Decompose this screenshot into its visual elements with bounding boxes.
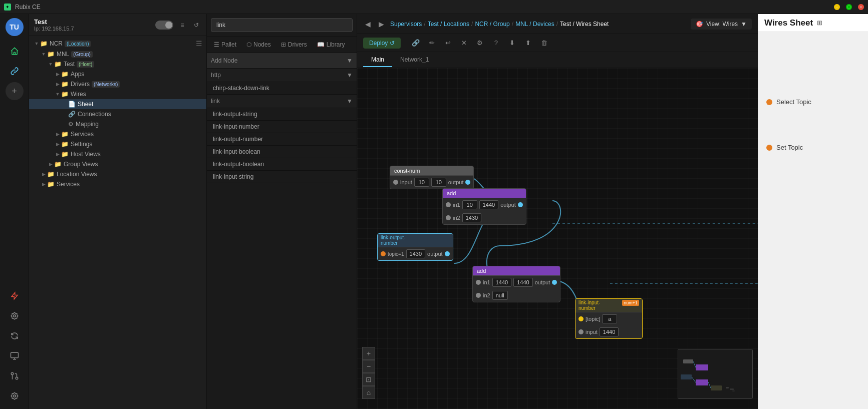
- node-item-link-output-boolean[interactable]: link-output-boolean: [207, 158, 357, 171]
- deploy-button[interactable]: Deploy ↺: [363, 38, 401, 49]
- tree-item-services[interactable]: ▶ 📁 Services: [29, 129, 206, 139]
- zoom-home-btn[interactable]: ⌂: [362, 386, 375, 399]
- tree-item-host-views[interactable]: ▶ 📁 Host Views: [29, 149, 206, 159]
- link-input-boolean-label: link-input-boolean: [213, 148, 260, 155]
- add-node-chevron: ▼: [347, 57, 353, 64]
- zoom-minus-btn[interactable]: −: [362, 360, 375, 373]
- host-name: Test: [34, 18, 74, 26]
- toolbar-arrow-btn[interactable]: ↩: [441, 36, 455, 50]
- category-link[interactable]: link ▼: [207, 95, 357, 108]
- tablet-icon-btn[interactable]: [6, 347, 24, 365]
- arrow-icon: ▶: [40, 172, 47, 177]
- breadcrumb-mnl-devices[interactable]: MNL / Devices: [515, 21, 554, 28]
- tree-item-sheet[interactable]: 📄 Sheet: [29, 99, 206, 109]
- tree-item-mnl[interactable]: ▼ 📁 MNL (Group): [29, 49, 206, 59]
- canvas[interactable]: const-num input 10 10 output add: [357, 68, 758, 409]
- toolbar-help-btn[interactable]: ?: [489, 36, 503, 50]
- tab-drivers[interactable]: ⊞ Drivers: [278, 40, 310, 50]
- port-in: [393, 180, 398, 185]
- toolbar-settings-btn[interactable]: ⚙: [473, 36, 487, 50]
- tab-library[interactable]: 📖 Library: [314, 40, 348, 50]
- node-link-output-number[interactable]: link-output-number topic=1 1430 output: [377, 233, 453, 261]
- toggle-switch[interactable]: [155, 21, 173, 30]
- output-label: output: [500, 202, 516, 208]
- canvas-tabs: Main Network_1: [357, 52, 758, 68]
- tree-item-settings[interactable]: ▶ 📁 Settings: [29, 139, 206, 149]
- wrench-icon-btn[interactable]: [6, 307, 24, 325]
- canvas-header: ◀ ▶ Supervisors / Test / Locations / NCR…: [357, 14, 758, 34]
- node-item-link-input-string[interactable]: link-input-string: [207, 171, 357, 183]
- toolbar-link-btn[interactable]: 🔗: [409, 36, 423, 50]
- node-add2[interactable]: add in1 1440 1440 output in2 null: [472, 266, 560, 302]
- breadcrumb-test-locations[interactable]: Test / Locations: [428, 21, 469, 28]
- add-btn[interactable]: +: [6, 82, 24, 100]
- in2-label: in2: [483, 292, 490, 298]
- toolbar-edit-btn[interactable]: ✏: [425, 36, 439, 50]
- view-selector[interactable]: 🎯 View: Wires ▼: [691, 19, 752, 30]
- port-out: [445, 251, 450, 256]
- deploy-label: Deploy: [369, 40, 388, 47]
- node-item-chirpstack[interactable]: chirp-stack-down-link: [207, 82, 357, 95]
- page-title-grid-icon: ⊞: [817, 19, 822, 27]
- node-item-link-input-number[interactable]: link-input-number: [207, 121, 357, 133]
- mini-map[interactable]: [678, 349, 753, 399]
- node-link-input-number[interactable]: link-input-number num+1 [topic] a input …: [575, 298, 643, 339]
- tree-item-ncr[interactable]: ▼ 📁 NCR (Location) ☰: [29, 38, 206, 49]
- tree-item-drivers[interactable]: ▶ 📁 Drivers (Networks): [29, 79, 206, 89]
- link-icon-btn[interactable]: [6, 62, 24, 80]
- node-item-link-output-number[interactable]: link-output-number: [207, 133, 357, 146]
- tree-item-connections[interactable]: 🔗 Connections: [29, 109, 206, 119]
- zoom-plus-btn[interactable]: +: [362, 347, 375, 360]
- node-item-link-output-string[interactable]: link-output-string: [207, 108, 357, 121]
- tree-item-services-top[interactable]: ▶ 📁 Services: [29, 179, 206, 189]
- tab-nodes[interactable]: ⬡ Nodes: [243, 40, 274, 50]
- folder-icon-drivers: 📁: [61, 81, 69, 88]
- nav-back-btn[interactable]: ◀: [363, 19, 373, 29]
- tree-refresh-btn[interactable]: ↺: [191, 20, 201, 30]
- add-node-bar[interactable]: Add Node ▼: [207, 53, 357, 69]
- toolbar-trash-btn[interactable]: 🗑: [537, 36, 551, 50]
- svg-rect-0: [11, 352, 18, 358]
- refresh-icon-btn[interactable]: [6, 327, 24, 345]
- git-icon-btn[interactable]: [6, 367, 24, 385]
- tree-item-mapping[interactable]: ⚙ Mapping: [29, 119, 206, 129]
- tree-item-group-views[interactable]: ▶ 📁 Group Views: [29, 159, 206, 169]
- folder-icon-services-top: 📁: [47, 181, 55, 188]
- breadcrumb: Supervisors / Test / Locations / NCR / G…: [390, 21, 609, 28]
- avatar[interactable]: TU: [6, 18, 24, 36]
- maximize-button[interactable]: □: [846, 4, 852, 10]
- nav-forward-btn[interactable]: ▶: [377, 19, 386, 29]
- tree-item-apps[interactable]: ▶ 📁 Apps: [29, 69, 206, 79]
- tree-item-wires[interactable]: ▼ 📁 Wires: [29, 89, 206, 99]
- node-add1[interactable]: add in1 10 1440 output in2 1430: [442, 188, 526, 225]
- minimize-button[interactable]: −: [834, 4, 840, 10]
- svg-rect-17: [732, 390, 735, 391]
- tree-menu-ncr[interactable]: ☰: [196, 40, 202, 48]
- tree-item-location-views[interactable]: ▶ 📁 Location Views: [29, 169, 206, 179]
- tab-main[interactable]: Main: [363, 53, 392, 67]
- zoom-fit-btn[interactable]: ⊡: [362, 373, 375, 386]
- breadcrumb-supervisors[interactable]: Supervisors: [390, 21, 422, 28]
- settings-icon-btn[interactable]: [6, 387, 24, 405]
- close-button[interactable]: ×: [858, 4, 864, 10]
- home-icon-btn[interactable]: [6, 42, 24, 60]
- node-const-num[interactable]: const-num input 10 10 output: [390, 166, 474, 189]
- tree-collapse-btn[interactable]: ≡: [177, 20, 187, 30]
- drivers-tab-icon: ⊞: [281, 41, 286, 48]
- tab-pallet[interactable]: ☰ Pallet: [211, 40, 239, 50]
- toolbar-download-btn[interactable]: ⬇: [505, 36, 519, 50]
- arrow-icon: ▼: [40, 52, 47, 57]
- titlebar: ✦ Rubix CE − □ ×: [0, 0, 868, 14]
- tree-item-test[interactable]: ▼ 📁 Test (Host): [29, 59, 206, 69]
- svg-rect-7: [683, 359, 693, 363]
- alert-icon-btn[interactable]: [6, 287, 24, 305]
- toolbar-upload-btn[interactable]: ⬆: [521, 36, 535, 50]
- breadcrumb-ncr-group[interactable]: NCR / Group: [475, 21, 509, 28]
- node-search-input[interactable]: [211, 18, 353, 32]
- category-http[interactable]: http ▼: [207, 69, 357, 82]
- toolbar-cancel-btn[interactable]: ✕: [457, 36, 471, 50]
- page-title-bar: Wires Sheet ⊞: [758, 14, 868, 32]
- app-icon: ✦: [4, 4, 11, 11]
- node-item-link-input-boolean[interactable]: link-input-boolean: [207, 146, 357, 158]
- tab-network1[interactable]: Network_1: [392, 53, 437, 67]
